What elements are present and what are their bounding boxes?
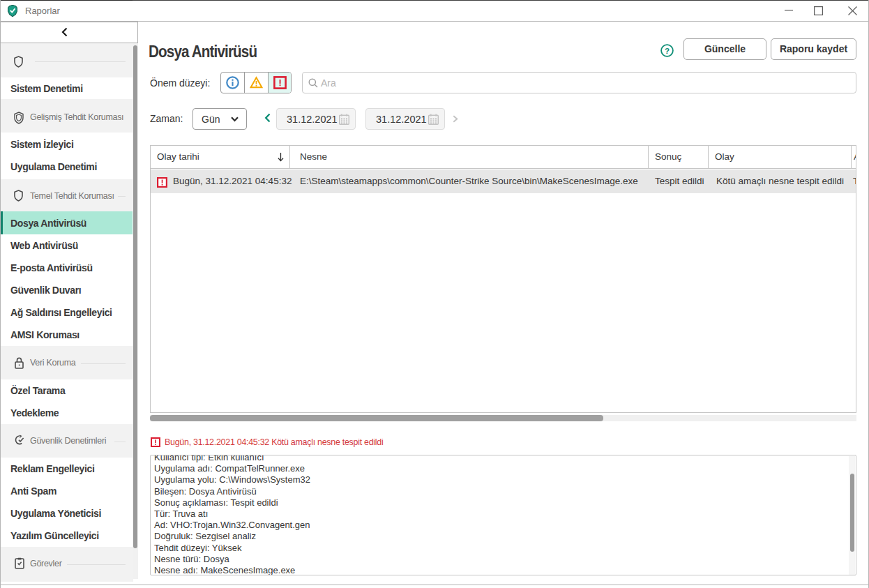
svg-text:?: ? (665, 47, 670, 55)
